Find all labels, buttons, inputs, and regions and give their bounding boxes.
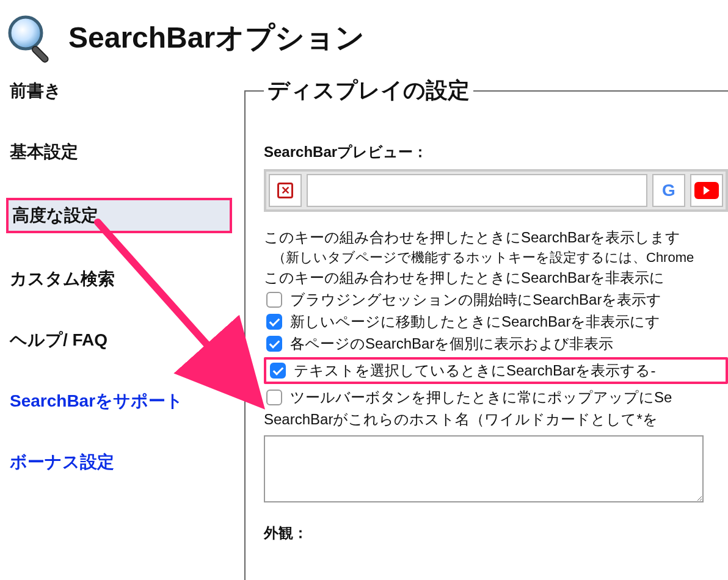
option-show-on-session[interactable]: ブラウジングセッションの開始時にSearchBarを表示す: [264, 290, 728, 310]
sidebar-item-intro[interactable]: 前書き: [6, 76, 232, 106]
appearance-label: 外観：: [264, 523, 728, 543]
preview-youtube-button[interactable]: [690, 174, 723, 207]
checkbox-popup-on-button[interactable]: [266, 390, 282, 405]
search-icon: [5, 12, 56, 63]
newtab-note-text: （新しいタブページで機能するホットキーを設定するには、Chrome: [272, 248, 728, 267]
svg-point-0: [10, 17, 42, 49]
option-hide-on-new-page[interactable]: 新しいページに移動したときにSearchBarを非表示にす: [264, 312, 728, 332]
option-label: テキストを選択しているときにSearchBarを表示する-: [294, 361, 655, 380]
page-title: SearchBarオプション: [68, 18, 365, 57]
checkbox-hide-on-new-page[interactable]: [266, 314, 282, 330]
hosts-label: SearchBarがこれらのホスト名（ワイルドカードとして*を: [264, 410, 728, 429]
preview-search-input[interactable]: [307, 174, 647, 207]
sidebar-item-basic[interactable]: 基本設定: [6, 137, 232, 167]
checkbox-show-on-session[interactable]: [266, 292, 282, 308]
option-popup-on-button[interactable]: ツールバーボタンを押したときに常にポップアップにSe: [264, 388, 728, 407]
option-label: ブラウジングセッションの開始時にSearchBarを表示す: [290, 290, 661, 310]
option-per-page[interactable]: 各ページのSearchBarを個別に表示および非表示: [264, 334, 728, 353]
checkbox-show-on-select[interactable]: [270, 363, 286, 379]
option-label: 新しいページに移動したときにSearchBarを非表示にす: [290, 312, 660, 332]
hide-hotkey-text: このキーの組み合わせを押したときにSearchBarを非表示に: [264, 268, 728, 288]
panel-legend: ディスプレイの設定: [264, 76, 473, 106]
searchbar-preview: ✕ G: [264, 169, 728, 212]
show-hotkey-text: このキーの組み合わせを押したときにSearchBarを表示します: [264, 228, 728, 247]
sidebar-item-custom[interactable]: カスタム検索: [6, 264, 232, 294]
google-icon: G: [662, 181, 675, 200]
close-icon: ✕: [277, 183, 293, 198]
preview-google-button[interactable]: G: [652, 174, 685, 207]
sidebar-item-help[interactable]: ヘルプ/ FAQ: [6, 325, 232, 355]
checkbox-per-page[interactable]: [266, 336, 282, 352]
preview-close-button[interactable]: ✕: [269, 174, 302, 207]
sidebar-item-bonus[interactable]: ボーナス設定: [6, 447, 232, 477]
youtube-icon: [694, 182, 719, 199]
sidebar-item-advanced[interactable]: 高度な設定: [6, 198, 232, 233]
preview-label: SearchBarプレビュー：: [264, 142, 728, 162]
option-label: 各ページのSearchBarを個別に表示および非表示: [290, 334, 613, 353]
svg-rect-1: [31, 45, 49, 63]
sidebar-nav: 前書き 基本設定 高度な設定 カスタム検索 ヘルプ/ FAQ SearchBar…: [0, 76, 232, 508]
hosts-textarea[interactable]: [264, 435, 704, 502]
option-show-on-select[interactable]: テキストを選択しているときにSearchBarを表示する-: [264, 357, 728, 384]
sidebar-item-support[interactable]: SearchBarをサポート: [6, 386, 232, 416]
page-header: SearchBarオプション: [0, 0, 728, 76]
option-label: ツールバーボタンを押したときに常にポップアップにSe: [290, 388, 672, 407]
display-settings-panel: ディスプレイの設定 SearchBarプレビュー： ✕ G このキーの組み合わせ…: [244, 76, 728, 580]
